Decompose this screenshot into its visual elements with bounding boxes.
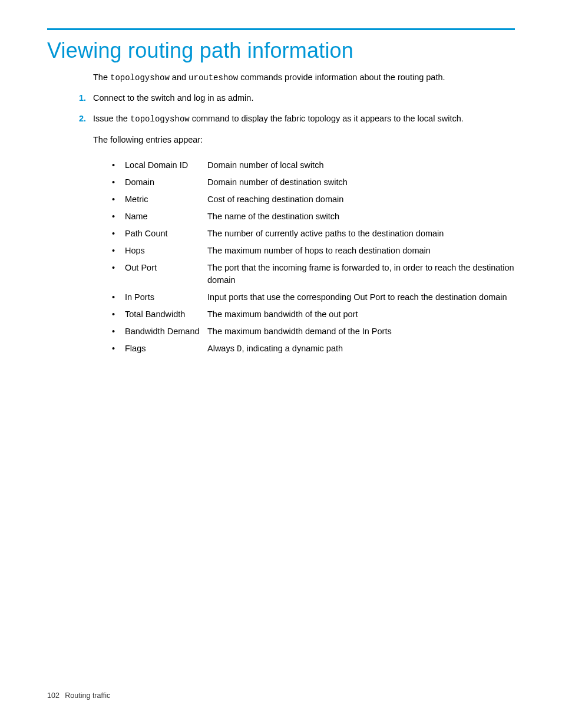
page-content: Viewing routing path information The top…: [0, 0, 562, 355]
entry-desc: Input ports that use the corresponding O…: [207, 291, 515, 304]
bullet-icon: •: [112, 176, 125, 189]
intro-paragraph: The topologyshow and urouteshow commands…: [93, 71, 515, 84]
top-rule: [47, 28, 515, 30]
bullet-icon: •: [112, 159, 125, 172]
step-1: Connect to the switch and log in as admi…: [81, 92, 515, 104]
steps-list: Connect to the switch and log in as admi…: [81, 92, 515, 146]
entry-term: Local Domain ID: [125, 159, 207, 172]
entry-desc: Domain number of destination switch: [207, 176, 515, 189]
entry-term: Metric: [125, 193, 207, 206]
entry-term: Path Count: [125, 228, 207, 240]
footer-section: Routing traffic: [65, 691, 110, 700]
entry-row: •Path CountThe number of currently activ…: [112, 228, 515, 240]
intro-cmd2: urouteshow: [189, 73, 238, 83]
step-2-suffix: command to display the fabric topology a…: [190, 114, 464, 123]
entry-row: •FlagsAlways D, indicating a dynamic pat…: [112, 342, 515, 355]
bullet-icon: •: [112, 342, 125, 355]
entry-row: •Bandwidth DemandThe maximum bandwidth d…: [112, 325, 515, 338]
entry-desc: The number of currently active paths to …: [207, 228, 515, 240]
intro-cmd1: topologyshow: [110, 73, 170, 83]
entry-desc: The name of the destination switch: [207, 210, 515, 223]
bullet-icon: •: [112, 262, 125, 274]
entry-term: Flags: [125, 342, 207, 355]
step-1-text: Connect to the switch and log in as admi…: [93, 93, 253, 103]
bullet-icon: •: [112, 325, 125, 338]
entry-desc: Always D, indicating a dynamic path: [207, 342, 515, 355]
entry-desc: Domain number of local switch: [207, 159, 515, 172]
step-2-prefix: Issue the: [93, 114, 130, 123]
entry-row: •NameThe name of the destination switch: [112, 210, 515, 223]
entries-list: •Local Domain IDDomain number of local s…: [112, 159, 515, 355]
bullet-icon: •: [112, 210, 125, 223]
bullet-icon: •: [112, 193, 125, 206]
bullet-icon: •: [112, 228, 125, 240]
entry-row: •In PortsInput ports that use the corres…: [112, 291, 515, 304]
entry-term: Out Port: [125, 262, 207, 274]
entry-term: Domain: [125, 176, 207, 189]
entry-row: •Total BandwidthThe maximum bandwidth of…: [112, 308, 515, 321]
bullet-icon: •: [112, 245, 125, 257]
entry-desc: The maximum bandwidth demand of the In P…: [207, 325, 515, 338]
flags-suffix: , indicating a dynamic path: [242, 344, 343, 353]
entry-term: In Ports: [125, 291, 207, 304]
intro-mid: and: [170, 73, 189, 82]
bullet-icon: •: [112, 308, 125, 321]
intro-prefix: The: [93, 73, 110, 82]
entry-row: •Out PortThe port that the incoming fram…: [112, 262, 515, 286]
flags-prefix: Always: [207, 344, 237, 353]
entry-row: •DomainDomain number of destination swit…: [112, 176, 515, 189]
entry-row: •HopsThe maximum number of hops to reach…: [112, 245, 515, 257]
entry-desc: The maximum bandwidth of the out port: [207, 308, 515, 321]
entry-term: Hops: [125, 245, 207, 257]
page-footer: 102 Routing traffic: [47, 691, 110, 700]
entry-term: Total Bandwidth: [125, 308, 207, 321]
step-2-substep: The following entries appear:: [93, 134, 515, 146]
entry-desc: The port that the incoming frame is forw…: [207, 262, 515, 286]
entry-term: Name: [125, 210, 207, 223]
entry-term: Bandwidth Demand: [125, 325, 207, 338]
entry-desc: Cost of reaching destination domain: [207, 193, 515, 206]
entry-row: •Local Domain IDDomain number of local s…: [112, 159, 515, 172]
step-2: Issue the topologyshow command to displa…: [81, 113, 515, 146]
entry-desc: The maximum number of hops to reach dest…: [207, 245, 515, 257]
page-heading: Viewing routing path information: [47, 38, 515, 63]
page-number: 102: [47, 691, 59, 700]
entry-row: •MetricCost of reaching destination doma…: [112, 193, 515, 206]
intro-suffix: commands provide information about the r…: [238, 73, 445, 82]
step-2-cmd: topologyshow: [130, 114, 190, 124]
bullet-icon: •: [112, 291, 125, 304]
